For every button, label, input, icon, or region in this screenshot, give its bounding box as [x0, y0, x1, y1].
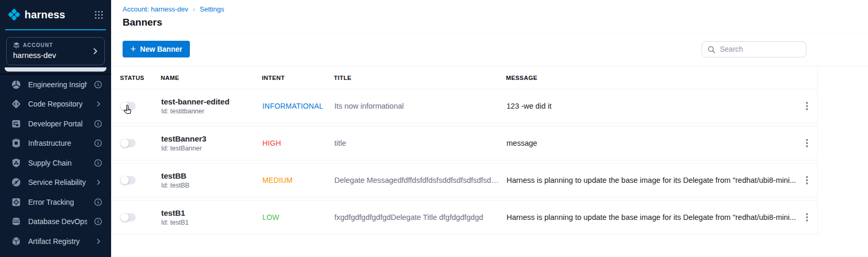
banner-intent: LOW [262, 213, 334, 221]
row-menu-kebab-icon[interactable] [806, 105, 808, 107]
table-row[interactable]: testBB Id: testBB MEDIUM Delegate Messag… [111, 163, 818, 197]
app-window: harness ACCOUNT harness-dev En [0, 0, 868, 257]
search-box [702, 41, 806, 57]
banner-title: Delegate Messagedfdffdsfdfdsfsddfsdfsdfs… [334, 176, 507, 184]
banner-intent: HIGH [262, 139, 334, 147]
info-icon[interactable] [94, 80, 102, 89]
banner-intent: MEDIUM [262, 176, 334, 184]
banner-intent: INFORMATIONAL [262, 102, 334, 110]
sidebar-item-label: Infrastructure [28, 139, 87, 147]
breadcrumb-account-link[interactable]: Account: harness-dev [123, 5, 188, 13]
sidebar-item-label: Engineering Insights [28, 80, 87, 89]
page-header: Account: harness-dev › Settings Banners [111, 0, 868, 32]
sidebar: harness ACCOUNT harness-dev En [0, 0, 111, 257]
banner-title: Its now informational [334, 102, 507, 110]
account-name: harness-dev [13, 51, 98, 60]
search-input[interactable] [702, 41, 806, 57]
breadcrumb: Account: harness-dev › Settings [123, 5, 868, 13]
row-menu-kebab-icon[interactable] [806, 179, 808, 181]
banner-name: testBB [161, 171, 262, 180]
sidebar-item-database-devops[interactable]: Database DevOps [0, 212, 111, 232]
chevron-right-icon [95, 100, 102, 108]
banner-title: title [334, 139, 507, 147]
sidebar-item-label: Artifact Registry [28, 237, 88, 246]
new-banner-button[interactable]: + New Banner [123, 41, 190, 57]
logo-row: harness [0, 0, 111, 28]
breadcrumb-settings-link[interactable]: Settings [200, 5, 224, 13]
chevron-right-icon [91, 48, 99, 55]
sidebar-item-error-tracking[interactable]: Error Tracking [0, 192, 111, 212]
table-header-row: STATUS NAME INTENT TITLE MESSAGE [111, 66, 818, 89]
banner-name: testB1 [161, 208, 262, 217]
new-banner-label: New Banner [140, 45, 183, 53]
info-icon[interactable] [94, 120, 102, 128]
layers-icon [13, 42, 20, 49]
sidebar-item-label: Supply Chain [28, 159, 87, 167]
banner-title: fxgdfgdfgdfgdfgdDelegate Title dfgfdgdfg… [334, 213, 507, 221]
sidebar-item-supply-chain[interactable]: Supply Chain [0, 153, 111, 173]
sidebar-item-label: Error Tracking [28, 198, 87, 206]
banner-id: Id: testBB [161, 182, 262, 189]
error-tracking-icon [11, 197, 21, 207]
column-header-name: NAME [161, 75, 262, 81]
account-selector[interactable]: ACCOUNT harness-dev [6, 37, 105, 65]
main-content: Account: harness-dev › Settings Banners … [111, 0, 868, 257]
chevron-right-icon [95, 238, 102, 245]
info-icon[interactable] [94, 139, 102, 147]
artifact-registry-icon [11, 236, 21, 247]
banner-name: testBanner3 [161, 134, 262, 143]
banners-table: STATUS NAME INTENT TITLE MESSAGE test-ba… [111, 66, 818, 235]
logo-accent-rule [5, 29, 106, 30]
banner-id: Id: testitbanner [161, 108, 262, 115]
column-header-status: STATUS [120, 75, 161, 81]
banner-id: Id: testBanner [161, 145, 262, 152]
developer-portal-icon [11, 119, 21, 129]
breadcrumb-separator: › [193, 6, 195, 13]
apps-grid-icon[interactable] [94, 10, 103, 19]
toolbar: + New Banner [111, 32, 868, 66]
sidebar-item-code-repository[interactable]: Code Repository [0, 95, 111, 114]
banner-id: Id: testB1 [161, 219, 262, 226]
sidebar-item-developer-portal[interactable]: Developer Portal [0, 114, 111, 134]
database-devops-icon [11, 216, 21, 227]
plus-icon: + [130, 44, 136, 54]
row-menu-kebab-icon[interactable] [806, 142, 808, 144]
sidebar-item-label: Developer Portal [28, 120, 87, 128]
info-icon[interactable] [94, 217, 102, 226]
sidebar-item-service-reliability[interactable]: Service Reliability [0, 173, 111, 193]
status-toggle[interactable] [120, 176, 136, 184]
banner-message: Harness is planning to update the base i… [507, 213, 797, 221]
sidebar-item-label: Service Reliability [28, 178, 88, 186]
sidebar-item-label: Code Repository [28, 100, 88, 108]
status-toggle[interactable] [120, 139, 136, 147]
banner-message: message [507, 139, 797, 147]
row-menu-kebab-icon[interactable] [806, 216, 808, 218]
table-row[interactable]: test-banner-edited Id: testitbanner INFO… [111, 89, 818, 123]
banner-message: 123 -we did it [507, 102, 797, 110]
banner-message: Harness is planning to update the base i… [507, 176, 797, 184]
sidebar-item-artifact-registry[interactable]: Artifact Registry [0, 231, 111, 251]
table-row[interactable]: testB1 Id: testB1 LOW fxgdfgdfgdfgdfgdDe… [111, 200, 818, 235]
status-toggle[interactable] [120, 213, 136, 221]
sidebar-item-infrastructure[interactable]: Infrastructure [0, 134, 111, 154]
harness-logo-icon [7, 8, 21, 21]
sidebar-item-label: Database DevOps [28, 217, 87, 226]
service-reliability-icon [11, 177, 21, 188]
sidebar-item-engineering-insights[interactable]: Engineering Insights [0, 75, 111, 95]
account-label: ACCOUNT [23, 42, 53, 48]
page-title: Banners [123, 17, 868, 28]
info-icon[interactable] [94, 159, 102, 167]
status-toggle[interactable] [120, 102, 136, 110]
logo-text: harness [25, 9, 94, 21]
search-icon [707, 45, 716, 54]
column-header-message: MESSAGE [506, 75, 797, 81]
chevron-right-icon [95, 179, 102, 186]
column-header-title: TITLE [334, 75, 506, 81]
table-body: test-banner-edited Id: testitbanner INFO… [111, 89, 817, 235]
engineering-insights-icon [11, 79, 21, 90]
table-row[interactable]: testBanner3 Id: testBanner HIGH title me… [111, 126, 818, 160]
banner-name: test-banner-edited [161, 97, 262, 106]
info-icon[interactable] [94, 198, 102, 206]
sidebar-nav: Engineering Insights Code Repository D [0, 75, 111, 251]
code-repository-icon [11, 99, 21, 109]
